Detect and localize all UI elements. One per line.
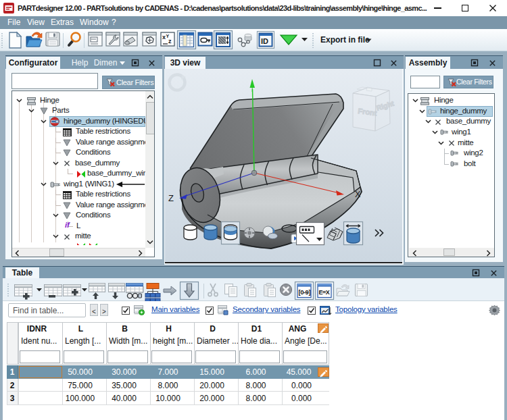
- svg-text:x: x: [162, 34, 166, 41]
- svg-text:E=X: E=X: [319, 289, 330, 296]
- svg-text:[0-9]: [0-9]: [299, 288, 311, 296]
- svg-text:z: z: [168, 38, 172, 45]
- svg-text:X: X: [355, 190, 361, 199]
- svg-text:ID: ID: [261, 37, 268, 45]
- svg-text:Z: Z: [168, 193, 174, 203]
